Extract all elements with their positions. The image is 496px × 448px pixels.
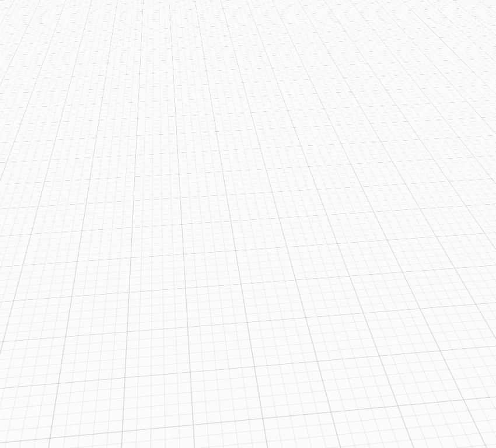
y-axis-arrow bbox=[47, 391, 49, 415]
factor-of-safety-title: F of S=0.736 bbox=[272, 1, 389, 10]
y-axis-arrowhead bbox=[44, 386, 49, 393]
compass-west[interactable]: W bbox=[27, 399, 37, 410]
view-cube-widget[interactable]: W E TOP FRONT Y Z X S bbox=[20, 368, 108, 448]
3d-viewport[interactable]: W E TOP FRONT Y Z X S F of S=0.736 bbox=[0, 0, 496, 448]
z-axis-label: Z bbox=[55, 434, 60, 442]
y-axis-label: Y bbox=[43, 375, 48, 383]
x-axis-label: X bbox=[81, 406, 85, 414]
